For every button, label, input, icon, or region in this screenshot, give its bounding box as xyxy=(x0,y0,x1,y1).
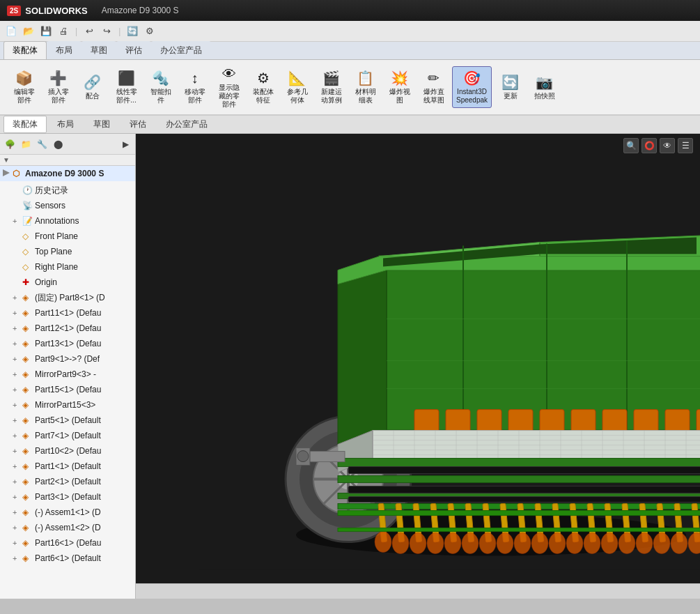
ribbon-group-main: 📦 编辑零部件 ➕ 插入零部件 🔗 配合 ⬛ 线性零部件... 🔩 智能扣件 ↕ xyxy=(4,63,564,112)
solidworks-logo: 2S xyxy=(7,6,21,16)
view-tab-evaluate[interactable]: 评估 xyxy=(120,116,155,133)
tree-item-part7[interactable]: + ◈ Part7<1> (Default xyxy=(0,428,135,443)
explode-sketch-btn[interactable]: ✏ 爆炸直线草图 xyxy=(418,66,449,108)
tree-item-history[interactable]: 🕐 历史记录 xyxy=(0,183,135,198)
new-button[interactable]: 📄 xyxy=(3,24,19,39)
assembly-feature-btn[interactable]: ⚙ 装配体特征 xyxy=(247,66,279,108)
update-btn[interactable]: 🔄 更新 xyxy=(495,66,526,108)
open-button[interactable]: 📂 xyxy=(21,24,36,39)
svg-point-97 xyxy=(410,532,426,553)
tree-item-assem1-1[interactable]: + ◈ (-) Assem1<1> (D xyxy=(0,505,135,520)
sidebar-tool-4[interactable]: ⬤ xyxy=(51,137,65,151)
tab-assembly[interactable]: 装配体 xyxy=(3,41,47,59)
zoom-btn[interactable]: 🔍 xyxy=(623,138,639,153)
app-logo: 2S SOLIDWORKS xyxy=(7,6,88,16)
svg-point-101 xyxy=(479,532,496,553)
svg-rect-119 xyxy=(338,528,700,531)
tree-item-part9[interactable]: + ◈ Part9<1>->? (Def xyxy=(0,351,135,367)
view-tab-sketch[interactable]: 草图 xyxy=(84,116,119,133)
tab-evaluate[interactable]: 评估 xyxy=(116,41,151,59)
edit-component-btn[interactable]: 📦 编辑零部件 xyxy=(8,66,40,108)
linear-component-btn[interactable]: ⬛ 线性零部件... xyxy=(111,66,142,108)
tree-item-part3[interactable]: + ◈ Part3<1> (Default xyxy=(0,489,135,505)
undo-button[interactable]: ↩ xyxy=(81,24,97,39)
rotate-btn[interactable]: ⭕ xyxy=(641,138,657,153)
snapshot-btn[interactable]: 📷 拍快照 xyxy=(529,66,560,108)
sidebar-tool-1[interactable]: 🌳 xyxy=(3,137,17,151)
tree-item-origin[interactable]: ✚ Origin xyxy=(0,275,135,290)
view-btn[interactable]: 👁 xyxy=(660,138,675,153)
tree-item-part15[interactable]: + ◈ Part15<1> (Defau xyxy=(0,382,135,397)
view-tab-assembly[interactable]: 装配体 xyxy=(3,116,47,133)
svg-point-106 xyxy=(566,532,583,553)
move-component-btn[interactable]: ↕ 移动零部件 xyxy=(179,66,210,108)
instant3d-btn[interactable]: 🎯 Instant3DSpeedpak xyxy=(452,66,492,108)
svg-point-100 xyxy=(462,532,479,553)
svg-point-108 xyxy=(601,532,618,553)
rebuild-button[interactable]: 🔄 xyxy=(125,24,140,39)
sidebar-expand-btn[interactable]: ▶ xyxy=(118,137,132,151)
insert-component-btn[interactable]: ➕ 插入零部件 xyxy=(42,66,74,108)
main-content: 🌳 📁 🔧 ⬤ ▶ ▼ ⬡ Amazone D9 3000 S 🕐 历史记录 xyxy=(0,134,700,599)
tree-item-part1[interactable]: + ◈ Part1<1> (Default xyxy=(0,459,135,474)
tree-item-right-plane[interactable]: ◇ Right Plane xyxy=(0,259,135,275)
print-button[interactable]: 🖨 xyxy=(56,24,71,39)
tree-item-part2[interactable]: + ◈ Part2<1> (Default xyxy=(0,474,135,489)
svg-point-105 xyxy=(549,532,566,553)
redo-button[interactable]: ↪ xyxy=(99,24,114,39)
view-tab-layout[interactable]: 布局 xyxy=(48,116,83,133)
explode-view-btn[interactable]: 💥 爆炸视图 xyxy=(384,66,415,108)
options-button[interactable]: ⚙ xyxy=(142,24,157,39)
tree-item-mirrorpart15[interactable]: + ◈ MirrorPart15<3> xyxy=(0,397,135,413)
svg-point-107 xyxy=(584,532,600,553)
svg-point-96 xyxy=(392,532,409,553)
tree-item-part5[interactable]: + ◈ Part5<1> (Default xyxy=(0,413,135,428)
bom-btn[interactable]: 📋 材料明细表 xyxy=(350,66,381,108)
show-hide-btn[interactable]: 👁 显示隐藏的零部件 xyxy=(213,66,244,108)
ribbon-buttons-area: 📦 编辑零部件 ➕ 插入零部件 🔗 配合 ⬛ 线性零部件... 🔩 智能扣件 ↕ xyxy=(0,60,700,116)
feature-tree-sidebar: 🌳 📁 🔧 ⬤ ▶ ▼ ⬡ Amazone D9 3000 S 🕐 历史记录 xyxy=(0,134,136,599)
svg-rect-66 xyxy=(348,466,700,473)
tree-item-part8[interactable]: + ◈ (固定) Part8<1> (D xyxy=(0,290,135,305)
tree-item-part12[interactable]: + ◈ Part12<1> (Defau xyxy=(0,321,135,336)
svg-rect-120 xyxy=(306,451,345,461)
svg-rect-68 xyxy=(348,496,700,502)
tree-items: 🕐 历史记录 📡 Sensors + 📝 Annotations ◇ Front… xyxy=(0,181,135,567)
reference-geometry-btn[interactable]: 📐 参考几何体 xyxy=(281,66,313,108)
svg-point-95 xyxy=(375,531,391,552)
tree-item-part11[interactable]: + ◈ Part11<1> (Defau xyxy=(0,305,135,321)
svg-point-111 xyxy=(653,532,670,553)
svg-rect-118 xyxy=(338,510,700,515)
tree-item-assem1-2[interactable]: + ◈ (-) Assem1<2> (D xyxy=(0,520,135,535)
more-btn[interactable]: ☰ xyxy=(678,138,693,153)
view-tab-office[interactable]: 办公室产品 xyxy=(157,116,217,133)
smart-fasteners-btn[interactable]: 🔩 智能扣件 xyxy=(145,66,176,108)
view-tabs-bar: 装配体 布局 草图 评估 办公室产品 xyxy=(0,116,700,134)
svg-point-104 xyxy=(531,532,548,553)
save-button[interactable]: 💾 xyxy=(38,24,54,39)
tree-item-sensors[interactable]: 📡 Sensors xyxy=(0,198,135,213)
3d-viewport[interactable]: 🔍 ⭕ 👁 ☰ xyxy=(136,134,700,599)
tree-item-part16[interactable]: + ◈ Part16<1> (Defau xyxy=(0,535,135,551)
sidebar-tool-2[interactable]: 📁 xyxy=(19,137,33,151)
svg-point-122 xyxy=(297,450,309,461)
tree-item-part6[interactable]: + ◈ Part6<1> (Default xyxy=(0,551,135,566)
tree-item-part13[interactable]: + ◈ Part13<1> (Defau xyxy=(0,336,135,351)
svg-point-99 xyxy=(444,532,461,553)
new-motion-btn[interactable]: 🎬 新建运动算例 xyxy=(316,66,347,108)
viewport-toolbar: 🔍 ⭕ 👁 ☰ xyxy=(623,138,693,153)
tab-layout[interactable]: 布局 xyxy=(47,41,81,59)
tree-item-annotations[interactable]: + 📝 Annotations xyxy=(0,213,135,229)
tree-item-part10[interactable]: + ◈ Part10<2> (Defau xyxy=(0,443,135,459)
tree-item-mirrorpart9[interactable]: + ◈ MirrorPart9<3> - xyxy=(0,367,135,382)
ribbon-tabs: 装配体 布局 草图 评估 办公室产品 xyxy=(0,42,700,60)
tree-item-top-plane[interactable]: ◇ Top Plane xyxy=(0,244,135,259)
tab-office[interactable]: 办公室产品 xyxy=(151,41,211,59)
sidebar-tool-3[interactable]: 🔧 xyxy=(35,137,49,151)
mate-btn[interactable]: 🔗 配合 xyxy=(77,66,108,108)
ribbon-group-buttons: 📦 编辑零部件 ➕ 插入零部件 🔗 配合 ⬛ 线性零部件... 🔩 智能扣件 ↕ xyxy=(8,63,560,112)
tree-root-item[interactable]: ⬡ Amazone D9 3000 S xyxy=(0,166,135,181)
machine-3d-view xyxy=(199,172,700,576)
tree-item-front-plane[interactable]: ◇ Front Plane xyxy=(0,229,135,244)
tab-sketch[interactable]: 草图 xyxy=(81,41,116,59)
